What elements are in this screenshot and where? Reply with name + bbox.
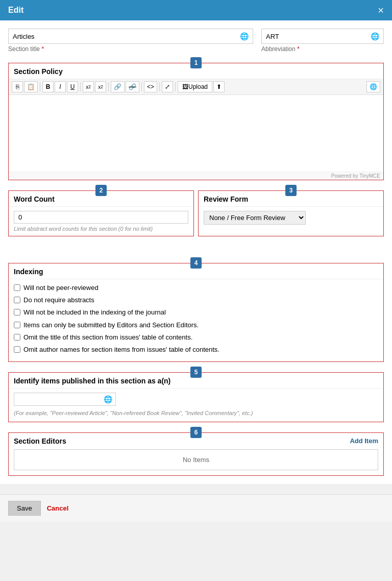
identify-box: 5 Identify items published in this secti…: [8, 372, 384, 422]
download-btn[interactable]: ⬆: [213, 81, 225, 92]
review-form-box: 3 Review Form None / Free Form Review: [198, 190, 384, 236]
section-policy-box: 1 Section Policy ⎘ 📋 B I U x2 x2 🔗 🔗 <> …: [8, 63, 384, 180]
checkbox-1[interactable]: [14, 284, 20, 291]
two-col-row: 2 Word Count Limit abstract word counts …: [8, 190, 384, 236]
indexing-label-5: Omit the title of this section from issu…: [23, 333, 192, 342]
cancel-button[interactable]: Cancel: [47, 504, 69, 512]
indexing-label-1: Will not be peer-reviewed: [23, 283, 99, 293]
sep2: [80, 82, 81, 91]
badge-2: 2: [95, 185, 107, 196]
required-marker: *: [41, 45, 44, 53]
underline-btn[interactable]: U: [67, 81, 78, 92]
paste-btn[interactable]: 📋: [24, 81, 38, 92]
section-title-input[interactable]: [13, 33, 240, 40]
required-marker-abbr: *: [297, 45, 300, 53]
sep5: [159, 82, 160, 91]
indexing-item-3: Will not be included in the indexing of …: [14, 308, 378, 317]
abbreviation-globe-icon: 🌐: [371, 32, 379, 40]
section-title-globe-icon: 🌐: [240, 32, 249, 40]
editors-table: No Items: [14, 449, 378, 470]
add-item-button[interactable]: Add Item: [350, 437, 378, 445]
top-fields: 🌐 Section title * 🌐 Abbreviation *: [8, 29, 384, 53]
superscript-btn[interactable]: x2: [83, 81, 94, 92]
tinymce-toolbar: ⎘ 📋 B I U x2 x2 🔗 🔗 <> ⤢ 🖼 Upload ⬆ �: [9, 79, 383, 95]
identify-hint: (For example, "Peer-reviewed Article", "…: [14, 409, 378, 418]
section-title-group: 🌐 Section title *: [8, 29, 253, 53]
section-title-label: Section title *: [8, 45, 253, 53]
badge-3: 3: [285, 185, 297, 196]
section-editors-box: 6 Section Editors Add Item No Items: [8, 432, 384, 476]
modal-body: 🌐 Section title * 🌐 Abbreviation * 1 Sec…: [0, 20, 392, 484]
word-count-input[interactable]: [14, 211, 188, 224]
badge-4: 4: [190, 257, 202, 269]
modal-title: Edit: [8, 6, 23, 15]
editors-title: Section Editors: [14, 437, 66, 445]
unlink-btn[interactable]: 🔗: [126, 81, 139, 92]
indexing-label-2: Do not require abstracts: [23, 296, 94, 305]
sep4: [141, 82, 142, 91]
tinymce-footer: Powered by TinyMCE: [9, 172, 383, 180]
review-form-select[interactable]: None / Free Form Review: [204, 211, 306, 225]
fullscreen-btn[interactable]: ⤢: [162, 81, 173, 92]
modal-header: Edit ×: [0, 0, 392, 20]
upload-icon: 🖼: [182, 83, 188, 90]
sep3: [108, 82, 109, 91]
language-btn[interactable]: 🌐: [366, 81, 380, 92]
sep6: [175, 82, 176, 91]
italic-btn[interactable]: I: [55, 81, 66, 92]
badge-6: 6: [190, 427, 202, 438]
bold-btn[interactable]: B: [42, 81, 54, 92]
checkbox-2[interactable]: [14, 297, 20, 303]
indexing-item-1: Will not be peer-reviewed: [14, 283, 378, 293]
checkbox-6[interactable]: [14, 346, 20, 353]
checkbox-4[interactable]: [14, 322, 20, 328]
indexing-label-6: Omit author names for section items from…: [23, 345, 219, 354]
identify-globe-icon: 🌐: [104, 395, 112, 403]
indexing-item-2: Do not require abstracts: [14, 296, 378, 305]
abbreviation-input-wrap: 🌐: [261, 29, 384, 44]
identify-input-wrap: 🌐: [14, 393, 116, 406]
identify-content: 🌐 (For example, "Peer-reviewed Article",…: [9, 389, 383, 422]
word-count-hint: Limit abstract word counts for this sect…: [9, 226, 193, 236]
indexing-label-3: Will not be included in the indexing of …: [23, 308, 166, 317]
indexing-items: Will not be peer-reviewed Do not require…: [9, 279, 383, 361]
tinymce-content[interactable]: [9, 95, 383, 172]
subscript-btn[interactable]: x2: [95, 81, 106, 92]
indexing-box: 4 Indexing Will not be peer-reviewed Do …: [8, 263, 384, 362]
abbreviation-label: Abbreviation *: [261, 45, 384, 53]
word-count-box: 2 Word Count Limit abstract word counts …: [8, 190, 194, 236]
abbreviation-input[interactable]: [266, 33, 371, 40]
badge-1: 1: [190, 57, 202, 68]
link-btn[interactable]: 🔗: [111, 81, 125, 92]
code-btn[interactable]: <>: [144, 81, 157, 92]
indexing-item-4: Items can only be submitted by Editors a…: [14, 321, 378, 330]
checkbox-3[interactable]: [14, 309, 20, 316]
sep1: [40, 82, 40, 91]
upload-btn[interactable]: 🖼 Upload: [178, 81, 212, 92]
save-button[interactable]: Save: [8, 501, 41, 516]
modal-footer: Save Cancel: [0, 494, 392, 522]
abbreviation-group: 🌐 Abbreviation *: [261, 29, 384, 53]
review-form-content: None / Free Form Review: [199, 207, 383, 229]
editors-no-items: No Items: [14, 450, 378, 470]
badge-5: 5: [190, 367, 202, 378]
indexing-item-6: Omit author names for section items from…: [14, 345, 378, 354]
indexing-label-4: Items can only be submitted by Editors a…: [23, 321, 199, 330]
identify-input[interactable]: [17, 396, 104, 403]
close-button[interactable]: ×: [378, 5, 384, 15]
copy-btn[interactable]: ⎘: [12, 81, 23, 92]
spacer-1: [8, 245, 384, 253]
indexing-item-5: Omit the title of this section from issu…: [14, 333, 378, 342]
section-title-input-wrap: 🌐: [8, 29, 253, 44]
checkbox-5[interactable]: [14, 334, 20, 341]
